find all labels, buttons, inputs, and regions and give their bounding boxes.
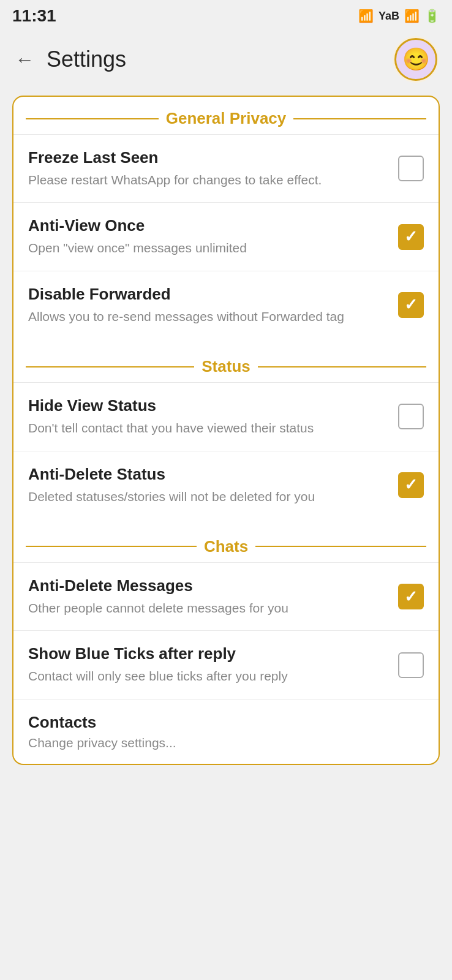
section-chats-line-left <box>26 546 197 547</box>
setting-freeze-last-seen: Freeze Last Seen Please restart WhatsApp… <box>13 134 439 202</box>
section-status-line-right <box>258 366 426 368</box>
setting-anti-view-once: Anti-View Once Open "view once" messages… <box>13 202 439 270</box>
app-header: ← Settings 😊 <box>0 29 452 89</box>
setting-desc-freeze: Please restart WhatsApp for changes to t… <box>28 171 386 189</box>
setting-desc-hide-view: Don't tell contact that you have viewed … <box>28 419 386 437</box>
setting-text-blue-ticks: Show Blue Ticks after reply Contact will… <box>28 644 398 685</box>
back-button[interactable]: ← <box>15 48 34 71</box>
setting-name-hide-view: Hide View Status <box>28 396 386 415</box>
setting-text-freeze: Freeze Last Seen Please restart WhatsApp… <box>28 148 398 189</box>
setting-desc-anti-view: Open "view once" messages unlimited <box>28 239 386 257</box>
section-chats-line-right <box>255 546 426 547</box>
setting-name-anti-view: Anti-View Once <box>28 216 386 235</box>
setting-name-anti-del-status: Anti-Delete Status <box>28 465 386 484</box>
setting-anti-delete-messages: Anti-Delete Messages Other people cannot… <box>13 562 439 630</box>
setting-text-hide-view: Hide View Status Don't tell contact that… <box>28 396 398 437</box>
status-bar: 11:31 📶 YaB 📶 🔋 <box>0 0 452 29</box>
section-general-privacy-header: General Privacy <box>13 97 439 134</box>
setting-disable-forwarded: Disable Forwarded Allows you to re-send … <box>13 271 439 339</box>
status-time: 11:31 <box>12 6 56 26</box>
signal-bars-icon: 📶 <box>404 9 420 23</box>
setting-name-anti-del-msg: Anti-Delete Messages <box>28 576 386 595</box>
avatar-emoji: 😊 <box>402 47 430 72</box>
section-line-left <box>26 118 159 119</box>
section-chats-header: Chats <box>13 525 439 562</box>
section-line-right <box>293 118 426 119</box>
section-chats-title: Chats <box>204 537 248 556</box>
avatar[interactable]: 😊 <box>394 38 437 81</box>
wifi-icon: 📶 <box>358 9 374 23</box>
section-status-title: Status <box>202 357 250 376</box>
setting-text-anti-view: Anti-View Once Open "view once" messages… <box>28 216 398 257</box>
setting-text-anti-del-status: Anti-Delete Status Deleted statuses/stor… <box>28 465 398 505</box>
contacts-title: Contacts <box>28 713 424 732</box>
setting-name-blue-ticks: Show Blue Ticks after reply <box>28 644 386 663</box>
setting-desc-anti-del-msg: Other people cannot delete messages for … <box>28 599 386 617</box>
page-title: Settings <box>47 47 126 72</box>
setting-desc-anti-del-status: Deleted statuses/stories will not be del… <box>28 488 386 505</box>
section-status-header: Status <box>13 345 439 382</box>
checkbox-anti-delete-status[interactable] <box>398 472 424 498</box>
status-icons: 📶 YaB 📶 🔋 <box>358 9 440 23</box>
setting-anti-delete-status: Anti-Delete Status Deleted statuses/stor… <box>13 451 439 519</box>
checkbox-anti-view-once[interactable] <box>398 224 424 250</box>
setting-desc-disable-fwd: Allows you to re-send messages without F… <box>28 307 386 325</box>
setting-text-anti-del-msg: Anti-Delete Messages Other people cannot… <box>28 576 398 617</box>
checkbox-freeze-last-seen[interactable] <box>398 156 424 181</box>
section-status-line-left <box>26 366 194 368</box>
setting-desc-blue-ticks: Contact will only see blue ticks after y… <box>28 667 386 685</box>
setting-hide-view-status: Hide View Status Don't tell contact that… <box>13 382 439 450</box>
signal-icon: YaB <box>379 10 399 23</box>
header-left: ← Settings <box>15 47 126 72</box>
section-contacts-partial: Contacts Change privacy settings... <box>13 699 439 764</box>
checkbox-show-blue-ticks[interactable] <box>398 652 424 678</box>
setting-text-disable-fwd: Disable Forwarded Allows you to re-send … <box>28 285 398 325</box>
setting-name-freeze: Freeze Last Seen <box>28 148 386 167</box>
battery-icon: 🔋 <box>424 9 440 23</box>
checkbox-hide-view-status[interactable] <box>398 404 424 429</box>
checkbox-anti-delete-messages[interactable] <box>398 584 424 609</box>
section-general-privacy-title: General Privacy <box>166 109 287 128</box>
checkbox-disable-forwarded[interactable] <box>398 292 424 318</box>
settings-card: General Privacy Freeze Last Seen Please … <box>12 96 440 765</box>
contacts-desc: Change privacy settings... <box>28 736 424 750</box>
setting-name-disable-fwd: Disable Forwarded <box>28 285 386 304</box>
setting-show-blue-ticks: Show Blue Ticks after reply Contact will… <box>13 630 439 698</box>
